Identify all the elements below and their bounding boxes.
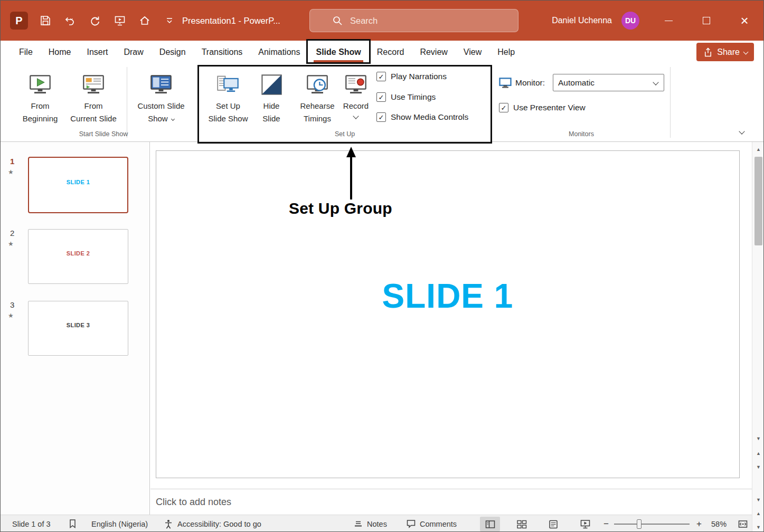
from-current-slide-button[interactable]: From Current Slide [64,68,123,125]
zoom-out-button[interactable]: − [603,515,609,532]
scroll-up-button[interactable]: ▲ [752,144,764,155]
tab-slide-show[interactable]: Slide Show [308,41,369,64]
transition-star-icon: ★ [8,168,14,176]
tab-help[interactable]: Help [489,41,523,64]
slide-3-thumbnail[interactable]: SLIDE 3 [28,301,128,356]
monitor-dropdown-chevron-icon [653,79,658,85]
notes-button-label: Notes [367,520,387,528]
share-icon [703,47,713,58]
checkbox-check-icon: ✓ [376,112,386,122]
hide-slide-button[interactable]: Hide Slide [253,68,290,125]
slideshow-quick-icon[interactable] [113,14,127,27]
tab-insert[interactable]: Insert [79,41,116,64]
close-button[interactable]: × [732,1,757,41]
rehearse-timings-button[interactable]: Rehearse Timings [294,68,341,125]
share-button[interactable]: Share [696,43,754,61]
slide-show-view-button[interactable] [575,517,595,531]
zoom-slider-thumb[interactable] [637,519,642,529]
set-up-slide-show-label-2: Slide Show [208,112,248,125]
custom-slide-show-icon [149,68,173,97]
slide-canvas: SLIDE 1 [150,142,752,489]
undo-icon[interactable] [63,14,77,27]
notes-scroll-up-button[interactable]: ▲ [752,508,764,519]
tab-slide-show-label: Slide Show [316,48,361,56]
slide-thumbnail-panel: 1 ★ SLIDE 1 2 ★ SLIDE 2 3 ★ SLIDE 3 [1,142,150,515]
vertical-scrollbar[interactable]: ▲ ▼ ▲ ▼ ▼ ▲ ▼ [752,142,764,532]
collapse-ribbon-chevron-icon[interactable] [740,126,744,136]
comments-toggle-button[interactable]: Comments [406,515,457,532]
spell-check-icon[interactable] [68,515,78,532]
start-slide-show-group-label: Start Slide Show [8,130,199,138]
hide-slide-label-2: Slide [262,112,280,125]
slide-1-thumbnail[interactable]: SLIDE 1 [28,157,128,213]
home-icon[interactable] [138,14,152,27]
tab-review[interactable]: Review [412,41,455,64]
minimize-icon [665,21,673,21]
fit-to-window-button[interactable] [738,515,748,532]
maximize-icon [703,17,710,24]
scrollbar-thumb[interactable] [754,157,762,245]
record-label: Record [343,100,369,112]
group-separator [670,67,671,138]
language-indicator[interactable]: English (Nigeria) [91,515,148,532]
tab-animations[interactable]: Animations [250,41,308,64]
normal-view-button[interactable] [480,517,500,531]
zoom-level[interactable]: 58% [711,515,727,532]
notes-scroll-down-button[interactable]: ▼ [752,495,764,505]
use-presenter-view-checkbox[interactable]: ✓ Use Presenter View [499,102,586,113]
share-chevron-icon [743,50,749,55]
show-media-controls-checkbox[interactable]: ✓ Show Media Controls [376,111,468,123]
title-bar: P Presentation1 - PowerP... [1,1,763,41]
set-up-group-label: Set Up [197,130,492,138]
user-name[interactable]: Daniel Uchenna [552,1,612,41]
reading-view-button[interactable] [543,517,563,531]
set-up-slide-show-button[interactable]: Set Up Slide Show [202,68,254,125]
annotation-arrow [343,147,360,201]
previous-slide-button[interactable]: ▲ [752,448,764,459]
current-slide[interactable]: SLIDE 1 [156,150,740,478]
search-box[interactable] [309,9,518,32]
record-button[interactable]: Record [339,68,372,118]
tab-transitions[interactable]: Transitions [194,41,251,64]
tab-design[interactable]: Design [152,41,194,64]
monitor-dropdown[interactable]: Automatic [553,74,664,91]
accessibility-icon [163,515,174,532]
customize-toolbar-chevron-icon[interactable] [163,14,176,27]
redo-icon[interactable] [88,14,102,27]
notes-scroll-down-button-2[interactable]: ▼ [752,522,764,532]
transition-star-icon: ★ [8,312,14,319]
use-timings-label: Use Timings [391,92,436,102]
accessibility-status[interactable]: Accessibility: Good to go [177,515,261,532]
annotation-text: Set Up Group [289,200,392,217]
from-current-slide-icon [82,68,105,97]
share-label: Share [717,48,740,57]
avatar[interactable]: DU [621,12,639,30]
custom-slide-show-button[interactable]: Custom Slide Show [131,68,191,125]
save-icon[interactable] [39,14,52,27]
slide-2-thumbnail[interactable]: SLIDE 2 [28,229,128,284]
rehearse-timings-label-2: Timings [304,112,331,125]
minimize-button[interactable] [656,1,681,41]
maximize-button[interactable] [694,1,719,41]
play-narrations-checkbox[interactable]: ✓ Play Narrations [376,71,447,82]
use-timings-checkbox[interactable]: ✓ Use Timings [376,91,436,103]
zoom-slider[interactable] [614,524,690,525]
zoom-in-button[interactable]: + [696,515,702,532]
transition-star-icon: ★ [8,240,14,248]
slide-sorter-view-button[interactable] [512,517,532,531]
tab-draw[interactable]: Draw [116,41,151,64]
tab-file[interactable]: File [11,41,41,64]
tab-record[interactable]: Record [369,41,412,64]
notes-toggle-button[interactable]: Notes [353,515,387,532]
notes-pane[interactable]: Click to add notes [150,489,752,515]
slide-indicator[interactable]: Slide 1 of 3 [12,515,51,532]
next-slide-button[interactable]: ▼ [752,462,764,472]
slide-title-text[interactable]: SLIDE 1 [156,277,739,316]
tab-view[interactable]: View [456,41,489,64]
powerpoint-window: P Presentation1 - PowerP... [0,0,764,532]
scroll-down-button[interactable]: ▼ [752,433,764,444]
powerpoint-logo-icon[interactable]: P [10,12,28,30]
notes-placeholder[interactable]: Click to add notes [150,497,231,508]
tab-home[interactable]: Home [41,41,79,64]
from-beginning-button[interactable]: From Beginning [13,68,67,125]
